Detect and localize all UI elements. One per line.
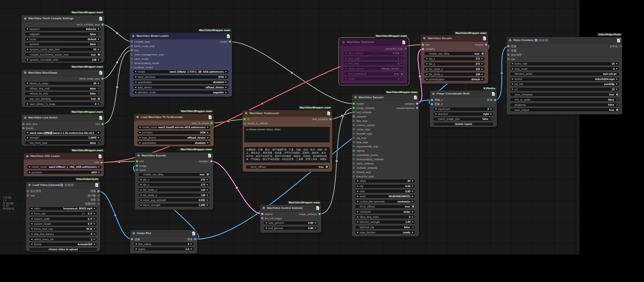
svg-text:H: H: [542, 39, 544, 41]
svg-text:S: S: [72, 184, 73, 186]
svg-text:H: H: [68, 184, 70, 186]
svg-text:V: V: [540, 39, 541, 41]
svg-text:S: S: [546, 39, 547, 41]
svg-text:V: V: [65, 184, 66, 186]
